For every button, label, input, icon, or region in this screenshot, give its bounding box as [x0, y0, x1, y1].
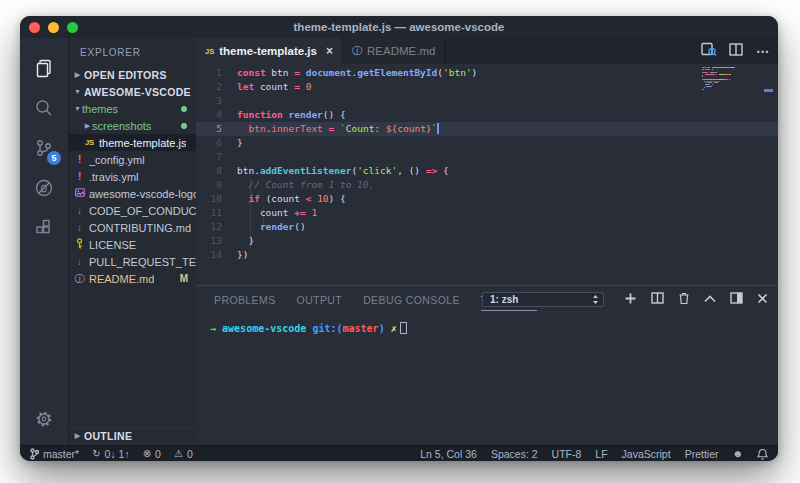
status-item-master-[interactable]: master* — [30, 448, 79, 460]
info-file-icon: ⓘ — [73, 274, 86, 284]
code-line-13[interactable]: 13 } — [196, 234, 778, 248]
tree-item-label: README.md — [89, 273, 154, 285]
editor-tab-theme-template-js[interactable]: JStheme-template.js× — [196, 38, 343, 64]
panel-header: PROBLEMSOUTPUTDEBUG CONSOLETERMINAL 1: z… — [196, 286, 778, 312]
close-icon — [757, 293, 768, 304]
zoom-window-button[interactable] — [67, 22, 78, 33]
code-line-2[interactable]: 2let count = 0 — [196, 80, 778, 94]
split-terminal-icon — [651, 292, 664, 304]
status-item-spaces-2[interactable]: Spaces: 2 — [491, 448, 538, 460]
tree-item-label: themes — [82, 103, 118, 115]
activity-bar-item-debug[interactable] — [20, 168, 68, 208]
traffic-lights — [29, 22, 78, 33]
status-item-label: Prettier — [685, 448, 719, 460]
maximize-panel-button[interactable] — [704, 293, 716, 305]
status-item-lf[interactable]: LF — [595, 448, 607, 460]
settings-gear-icon[interactable] — [20, 399, 68, 439]
code-line-12[interactable]: 12 render() — [196, 220, 778, 234]
line-number: 5 — [196, 122, 222, 136]
info-file-icon: ⓘ — [352, 44, 362, 58]
panel-tab-output[interactable]: OUTPUT — [297, 288, 343, 310]
tree-item-screenshots[interactable]: ▶screenshots — [69, 117, 196, 134]
tree-item-readme-md[interactable]: ⓘREADME.mdM — [69, 270, 196, 287]
status-item-0[interactable]: ⚠0 — [174, 448, 193, 460]
chevron-down-icon: ▼ — [73, 88, 82, 95]
close-tab-icon[interactable]: × — [326, 44, 333, 58]
untracked-dot-badge — [181, 123, 187, 129]
code-line-11[interactable]: 11 count += 1 — [196, 206, 778, 220]
editor-tab-readme-md[interactable]: ⓘREADME.md — [343, 38, 445, 64]
status-item-0[interactable]: ⊗0 — [143, 448, 161, 460]
code-line-5[interactable]: 5 btn.innerText = `Count: ${count}` — [196, 122, 778, 136]
tree-item-label: CONTRIBUTING.md — [89, 222, 191, 234]
close-panel-button[interactable] — [757, 293, 768, 306]
code-line-6[interactable]: 6} — [196, 136, 778, 150]
code-line-8[interactable]: 8btn.addEventListener('click', () => { — [196, 164, 778, 178]
status-item-javascript[interactable]: JavaScript — [622, 448, 671, 460]
activity-bar-item-explorer[interactable] — [20, 48, 68, 88]
line-number: 12 — [196, 220, 222, 234]
tree-item-license[interactable]: LICENSE — [69, 236, 196, 253]
tree-item-code-of-conduct-[interactable]: ↓CODE_OF_CONDUCT.... — [69, 202, 196, 219]
indent-guide — [250, 178, 251, 248]
terminal-content[interactable]: → awesome-vscode git:(master) ✗ — [196, 312, 778, 334]
tree-item-label: _config.yml — [89, 154, 145, 166]
code-line-3[interactable]: 3 — [196, 94, 778, 108]
code-line-1[interactable]: 1const btn = document.getElementById('bt… — [196, 66, 778, 80]
code-line-14[interactable]: 14}) — [196, 248, 778, 262]
tree-item-themes[interactable]: ▼themes — [69, 100, 196, 117]
close-window-button[interactable] — [29, 22, 40, 33]
status-item-prettier[interactable]: Prettier — [685, 448, 719, 460]
search-icon — [34, 98, 54, 118]
activity-bar-item-extensions[interactable] — [20, 208, 68, 248]
line-number: 8 — [196, 164, 222, 178]
activity-bar: 5 — [20, 38, 68, 445]
status-item-bell[interactable] — [757, 448, 768, 460]
tab-label: theme-template.js — [219, 45, 317, 57]
activity-bar-item-search[interactable] — [20, 88, 68, 128]
root-folder-label: AWESOME-VSCODE — [84, 86, 191, 98]
status-item-ln-5-col-36[interactable]: Ln 5, Col 36 — [420, 448, 477, 460]
plus-icon — [624, 292, 637, 305]
status-item-label: UTF-8 — [552, 448, 582, 460]
overview-ruler-cursor-marker — [764, 89, 773, 92]
tree-item-label: awesome-vscode-logo.. — [89, 188, 196, 200]
root-folder-section[interactable]: ▼ AWESOME-VSCODE — [69, 83, 196, 100]
tree-item-awesome-vscode-logo-[interactable]: awesome-vscode-logo.. — [69, 185, 196, 202]
open-editors-section[interactable]: ▶ OPEN EDITORS — [69, 66, 196, 83]
minimap[interactable] — [702, 67, 758, 91]
js-file-icon: JS — [83, 139, 96, 147]
outline-section[interactable]: ▶ OUTLINE — [69, 427, 196, 444]
tree-item-theme-template-js[interactable]: JStheme-template.js — [69, 134, 196, 151]
status-item-smiley[interactable]: ☻ — [732, 449, 743, 459]
code-line-7[interactable]: 7 — [196, 150, 778, 164]
status-bar: master*↻0↓ 1↑⊗0⚠0 Ln 5, Col 36Spaces: 2U… — [20, 445, 778, 461]
tree-item--travis-yml[interactable]: !.travis.yml — [69, 168, 196, 185]
split-terminal-button[interactable] — [651, 292, 664, 306]
new-terminal-button[interactable] — [624, 292, 637, 307]
tree-item-contributing-md[interactable]: ↓CONTRIBUTING.md — [69, 219, 196, 236]
panel-tab-debug-console[interactable]: DEBUG CONSOLE — [363, 288, 460, 310]
kill-terminal-button[interactable] — [678, 292, 690, 307]
more-actions-button[interactable]: ⋯ — [756, 42, 770, 60]
code-line-9[interactable]: 9 // Count from 1 to 10. — [196, 178, 778, 192]
status-item-utf-8[interactable]: UTF-8 — [552, 448, 582, 460]
panel-tab-problems[interactable]: PROBLEMS — [214, 288, 276, 310]
tree-item-pull-request-temp-[interactable]: ↓PULL_REQUEST_TEMP.. — [69, 253, 196, 270]
toggle-panel-button[interactable] — [730, 292, 743, 306]
code-editor[interactable]: 1const btn = document.getElementById('bt… — [196, 64, 778, 285]
sync-icon: ↻ — [92, 449, 100, 459]
markdown-file-icon: ↓ — [73, 206, 86, 216]
split-editor-button[interactable] — [729, 42, 743, 60]
open-preview-button[interactable] — [701, 42, 716, 60]
markdown-file-icon: ↓ — [73, 223, 86, 233]
activity-bar-item-source-control[interactable]: 5 — [20, 128, 68, 168]
status-item-0-1-[interactable]: ↻0↓ 1↑ — [92, 448, 130, 460]
code-line-4[interactable]: 4function render() { — [196, 108, 778, 122]
minimize-window-button[interactable] — [48, 22, 59, 33]
warning-icon: ⚠ — [174, 449, 183, 459]
tree-item--config-yml[interactable]: !_config.yml — [69, 151, 196, 168]
code-line-10[interactable]: 10 if (count < 10) { — [196, 192, 778, 206]
terminal-shell-select[interactable]: 1: zsh — [482, 292, 604, 307]
sidebar-empty-space — [69, 287, 196, 427]
